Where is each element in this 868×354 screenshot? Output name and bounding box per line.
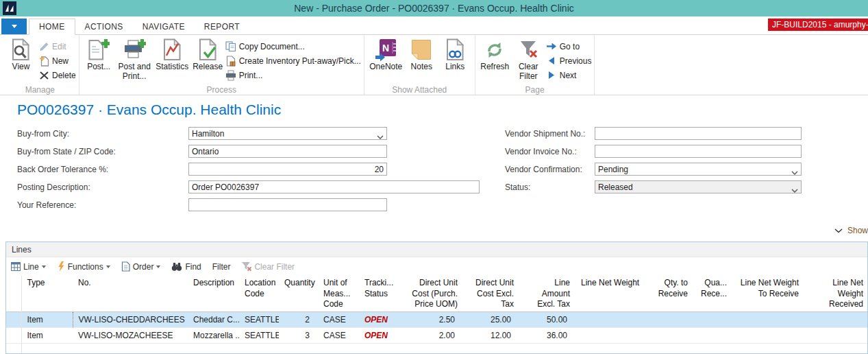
row-selector[interactable] — [6, 311, 21, 327]
posting-description-field[interactable]: Order PO0026397 — [188, 180, 480, 193]
your-reference-label: Your Reference: — [17, 200, 188, 210]
ribbon: View Edit New — [0, 34, 868, 95]
onenote-button[interactable]: N OneNote — [367, 35, 405, 84]
col-unit-of-measure-code[interactable]: Unit of Meas... Code — [318, 276, 359, 311]
tab-report[interactable]: REPORT — [195, 19, 249, 34]
col-line-amount-excl-tax[interactable]: Line Amount Excl. Tax — [519, 276, 575, 311]
order-menu-button[interactable]: Order — [121, 261, 161, 272]
delete-button[interactable]: Delete — [38, 68, 76, 82]
dynamics-nav-logo-icon — [3, 1, 16, 15]
links-button[interactable]: Links — [438, 35, 472, 84]
next-button[interactable]: Next — [545, 68, 592, 82]
posting-description-label: Posting Description: — [17, 182, 188, 192]
chevron-down-icon[interactable] — [791, 167, 798, 177]
group-label-show-attached: Show Attached — [367, 84, 472, 97]
col-quantity[interactable]: Quantity — [279, 276, 318, 311]
go-to-button[interactable]: Go to — [545, 39, 592, 54]
refresh-label: Refresh — [480, 62, 509, 72]
your-reference-field[interactable] — [188, 198, 387, 211]
status-label: Status: — [505, 182, 595, 192]
chevron-down-icon[interactable] — [377, 132, 384, 141]
statistics-button[interactable]: Statistics — [153, 35, 191, 84]
pencil-icon — [38, 41, 50, 51]
col-no[interactable]: No. — [73, 276, 188, 311]
vendor-shipment-no-label: Vendor Shipment No.: — [505, 129, 595, 139]
general-fields-right: Vendor Shipment No.: Vendor Invoice No.:… — [505, 127, 802, 198]
vendor-shipment-no-field[interactable] — [595, 127, 802, 140]
svg-text:N: N — [382, 43, 389, 54]
selection-column-header[interactable] — [6, 276, 21, 311]
clear-filter-button[interactable]: Clear Filter — [512, 35, 545, 84]
notes-button[interactable]: Notes — [405, 35, 438, 84]
create-inventory-put-away-pick-button[interactable]: Create Inventory Put-away/Pick... — [225, 54, 361, 68]
refresh-button[interactable]: Refresh — [478, 35, 512, 84]
edit-button[interactable]: Edit — [38, 39, 76, 54]
clear-filter-toolbar-button[interactable]: Clear Filter — [241, 261, 295, 272]
copy-icon — [225, 41, 237, 52]
row-selector[interactable] — [6, 327, 21, 343]
filter-button[interactable]: Filter — [212, 262, 231, 272]
group-label-page: Page — [478, 84, 592, 97]
col-location-code[interactable]: Location Code — [239, 276, 279, 311]
tracking-status-value[interactable]: OPEN — [359, 311, 395, 327]
vendor-invoice-no-field[interactable] — [595, 145, 802, 158]
release-label: Release — [193, 62, 223, 72]
order-document-icon — [121, 261, 130, 272]
lightning-icon — [57, 261, 65, 272]
status-field[interactable]: Released — [595, 180, 802, 193]
tab-navigate[interactable]: NAVIGATE — [133, 19, 195, 34]
sticky-note-icon — [411, 37, 432, 62]
col-description[interactable]: Description — [188, 276, 239, 311]
col-line-net-weight-received[interactable]: Line Net Weight Received — [804, 276, 868, 311]
col-type[interactable]: Type — [21, 276, 73, 311]
vendor-confirmation-field[interactable]: Pending — [595, 163, 802, 176]
previous-button[interactable]: Previous — [545, 54, 592, 68]
chevron-down-icon[interactable] — [791, 185, 798, 195]
back-order-tolerance-field[interactable]: 20 — [188, 163, 387, 176]
statistics-label: Statistics — [156, 62, 188, 72]
post-button[interactable]: Post... — [82, 35, 116, 84]
tracking-status-value[interactable]: OPEN — [359, 327, 395, 343]
view-label: View — [12, 62, 30, 72]
post-document-icon — [88, 37, 110, 62]
col-tracking-status[interactable]: Tracki... Status — [359, 276, 395, 311]
tab-actions[interactable]: ACTIONS — [75, 19, 133, 34]
find-button[interactable]: Find — [171, 261, 201, 272]
release-check-icon — [199, 37, 217, 62]
post-and-print-label: Post and Print... — [116, 62, 153, 82]
window-title: New - Purchase Order - PO0026397 · Evans… — [294, 3, 574, 14]
view-button[interactable]: View — [4, 35, 38, 84]
clear-filter-funnel-icon — [518, 37, 538, 62]
post-and-print-button[interactable]: Post and Print... — [116, 35, 153, 84]
general-fields-left: Buy-from City: Hamilton Buy-from State /… — [17, 127, 480, 216]
buy-from-state-zip-field[interactable]: Ontario — [188, 145, 387, 158]
view-document-icon — [12, 37, 30, 62]
copy-document-button[interactable]: Copy Document... — [225, 39, 361, 54]
table-row[interactable]: Item VW-LISO-MOZACHEESE Mozzarella ... S… — [6, 327, 868, 343]
col-quantity-received[interactable]: Qua... Rece... — [693, 276, 732, 311]
statistics-chart-icon — [163, 37, 182, 62]
col-line-net-weight-to-receive[interactable]: Line Net Weight To Receive — [732, 276, 804, 311]
lines-fasttab: Lines Line Functions — [5, 241, 868, 354]
table-row[interactable]: Item VW-LISO-CHEDDARCHEES Cheddar C... S… — [6, 311, 868, 327]
line-menu-button[interactable]: Line — [11, 262, 46, 272]
title-bar[interactable]: New - Purchase Order - PO0026397 · Evans… — [0, 0, 868, 16]
print-button[interactable]: Print... — [225, 68, 361, 82]
lines-title[interactable]: Lines — [6, 242, 867, 257]
col-direct-unit-cost-excl-tax[interactable]: Direct Unit Cost Excl. Tax — [463, 276, 519, 311]
ribbon-group-manage: View Edit New — [1, 35, 79, 95]
application-menu-button[interactable] — [1, 19, 27, 34]
empty-row[interactable] — [6, 343, 868, 354]
release-button[interactable]: Release — [191, 35, 225, 84]
col-line-net-weight[interactable]: Line Net Weight — [575, 276, 651, 311]
col-qty-to-receive[interactable]: Qty. to Receive — [651, 276, 693, 311]
next-arrow-icon — [545, 70, 558, 80]
delete-x-icon — [38, 71, 50, 80]
inventory-document-icon — [225, 56, 237, 67]
col-direct-unit-cost-purch-uom[interactable]: Direct Unit Cost (Purch. Price UOM) — [395, 276, 463, 311]
show-more-fields-link[interactable]: Show — [834, 226, 868, 235]
buy-from-city-field[interactable]: Hamilton — [188, 127, 387, 140]
new-button[interactable]: New — [38, 54, 76, 68]
tab-home[interactable]: HOME — [29, 19, 75, 35]
functions-menu-button[interactable]: Functions — [57, 261, 110, 272]
